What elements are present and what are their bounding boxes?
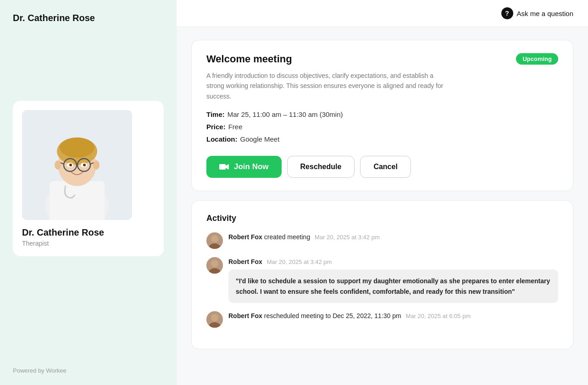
activity-text: Robert Fox Mar 20, 2025 at 3:42 pm "I'd … [228, 257, 558, 303]
meeting-card-header: Welcome meeting Upcoming [206, 53, 558, 65]
sidebar-title: Dr. Catherine Rose [13, 13, 95, 23]
activity-user: Robert Fox [228, 233, 262, 241]
activity-user: Robert Fox [228, 258, 262, 265]
reschedule-button[interactable]: Reschedule [287, 156, 355, 178]
activity-user: Robert Fox [228, 312, 262, 319]
svg-point-16 [69, 164, 72, 166]
svg-point-26 [211, 314, 218, 321]
activity-item: Robert Fox created meeting Mar 20, 2025 … [206, 232, 558, 249]
avatar [206, 311, 223, 328]
svg-rect-2 [50, 181, 105, 220]
doctor-illustration [22, 110, 132, 220]
activity-timestamp: Mar 20, 2025 at 3:42 pm [267, 258, 332, 265]
activity-message: "I'd like to schedule a session to suppo… [228, 270, 558, 303]
sidebar: Dr. Catherine Rose [0, 0, 177, 385]
ask-question-button[interactable]: ? Ask me a question [501, 7, 573, 19]
price-value: Free [228, 123, 243, 131]
activity-action: rescheduled meeting to Dec 25, 2022, 11:… [264, 312, 401, 319]
meeting-title: Welcome meeting [206, 53, 292, 65]
svg-point-8 [93, 160, 100, 170]
location-label: Location: [206, 135, 238, 143]
activity-text: Robert Fox rescheduled meeting to Dec 25… [228, 311, 471, 321]
activity-item: Robert Fox rescheduled meeting to Dec 25… [206, 311, 558, 328]
activity-text: Robert Fox created meeting Mar 20, 2025 … [228, 232, 380, 242]
svg-point-7 [55, 160, 61, 170]
svg-point-6 [60, 138, 94, 158]
activity-action: created meeting [264, 233, 310, 241]
avatar [206, 257, 223, 274]
meeting-price: Price: Free [206, 123, 558, 131]
video-camera-icon [219, 163, 229, 170]
profile-photo [22, 110, 132, 220]
avatar [206, 232, 223, 249]
svg-point-17 [83, 164, 86, 166]
activity-item: Robert Fox Mar 20, 2025 at 3:42 pm "I'd … [206, 257, 558, 303]
upcoming-badge: Upcoming [516, 53, 558, 65]
cancel-button[interactable]: Cancel [360, 156, 410, 178]
meeting-time: Time: Mar 25, 11:00 am – 11:30 am (30min… [206, 110, 558, 118]
question-icon: ? [501, 7, 513, 19]
top-bar: ? Ask me a question [177, 0, 588, 27]
svg-point-20 [211, 235, 218, 242]
meeting-actions: Join Now Reschedule Cancel [206, 156, 558, 178]
price-label: Price: [206, 123, 226, 131]
activity-timestamp: Mar 20, 2025 at 6:05 pm [406, 313, 471, 319]
activity-card: Activity Robert Fox created meeting Mar … [191, 200, 573, 349]
location-value: Google Meet [240, 135, 280, 143]
meeting-location: Location: Google Meet [206, 135, 558, 143]
activity-timestamp: Mar 20, 2025 at 3:42 pm [315, 234, 380, 241]
powered-by-label: Powered by Workee [13, 367, 67, 374]
join-now-button[interactable]: Join Now [206, 156, 282, 178]
svg-point-23 [211, 260, 218, 267]
main-content: ? Ask me a question Welcome meeting Upco… [177, 0, 588, 385]
meeting-card: Welcome meeting Upcoming A friendly intr… [191, 40, 573, 191]
meeting-description: A friendly introduction to discuss objec… [206, 71, 445, 101]
ask-btn-label: Ask me a question [517, 10, 573, 17]
time-label: Time: [206, 110, 225, 118]
cards-area: Welcome meeting Upcoming A friendly intr… [177, 27, 588, 362]
time-value: Mar 25, 11:00 am – 11:30 am (30min) [227, 110, 343, 118]
profile-card: Dr. Catherine Rose Therapist [13, 101, 164, 256]
svg-rect-18 [219, 164, 226, 170]
profile-role: Therapist [22, 240, 49, 247]
profile-name: Dr. Catherine Rose [22, 227, 104, 238]
activity-title: Activity [206, 214, 558, 223]
